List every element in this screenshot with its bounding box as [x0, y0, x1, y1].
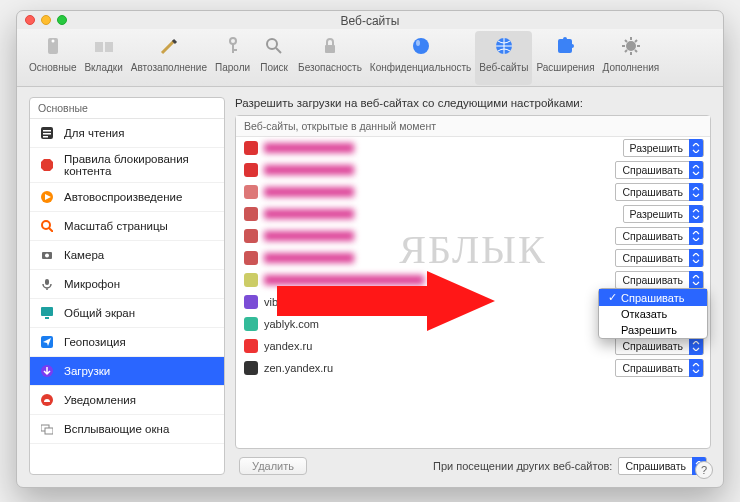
svg-rect-18	[43, 133, 51, 135]
chevron-updown-icon	[689, 249, 703, 267]
favicon	[244, 251, 258, 265]
toolbar-search[interactable]: Поиск	[254, 31, 294, 85]
svg-marker-20	[41, 159, 53, 171]
toolbar-privacy[interactable]: Конфиденциальность	[366, 31, 475, 85]
svg-rect-8	[325, 45, 335, 53]
popups-icon	[38, 420, 56, 438]
svg-rect-26	[45, 279, 49, 285]
toolbar-label: Автозаполнение	[131, 62, 207, 73]
toolbar-tabs[interactable]: Вкладки	[80, 31, 126, 85]
sidebar-item-mic[interactable]: Микрофон	[30, 270, 224, 299]
toolbar-extensions[interactable]: Расширения	[532, 31, 598, 85]
menu-item[interactable]: Разрешить	[599, 322, 707, 338]
sidebar-header: Основные	[30, 98, 224, 119]
sidebar-item-label: Общий экран	[64, 307, 135, 319]
permission-select[interactable]: Спрашивать	[615, 183, 704, 201]
hostname-blurred	[264, 165, 354, 175]
block-icon	[38, 156, 56, 174]
zoom-icon	[38, 217, 56, 235]
toolbar-passwords[interactable]: Пароли	[211, 31, 254, 85]
footer: Удалить При посещении других веб-сайтов:…	[235, 449, 711, 475]
chevron-updown-icon	[689, 205, 703, 223]
sidebar-item-reader[interactable]: Для чтения	[30, 119, 224, 148]
svg-rect-3	[105, 42, 113, 52]
permission-select[interactable]: Спрашивать	[615, 359, 704, 377]
sidebar-item-downloads[interactable]: Загрузки	[30, 357, 224, 386]
sidebar-item-autoplay[interactable]: Автовоспроизведение	[30, 183, 224, 212]
permission-value: Спрашивать	[616, 164, 689, 176]
hostname-blurred	[264, 253, 354, 263]
rows: РазрешитьСпрашиватьСпрашиватьРазрешитьСп…	[236, 137, 710, 379]
mic-icon	[38, 275, 56, 293]
svg-point-1	[51, 40, 54, 43]
websites-icon	[491, 33, 517, 59]
toolbar-general[interactable]: Основные	[25, 31, 80, 85]
toolbar: ОсновныеВкладкиАвтозаполнениеПаролиПоиск…	[17, 29, 723, 87]
website-row[interactable]: Разрешить	[236, 137, 710, 159]
autofill-icon	[156, 33, 182, 59]
permission-select[interactable]: Спрашивать	[615, 161, 704, 179]
window-title: Веб-сайты	[17, 14, 723, 28]
menu-item-label: Разрешить	[621, 324, 677, 336]
location-icon	[38, 333, 56, 351]
sidebar-item-camera[interactable]: Камера	[30, 241, 224, 270]
sidebar-item-screen[interactable]: Общий экран	[30, 299, 224, 328]
website-row[interactable]: Спрашивать	[236, 159, 710, 181]
website-list: Веб-сайты, открытые в данный момент Разр…	[235, 115, 711, 449]
toolbar-label: Пароли	[215, 62, 250, 73]
website-row[interactable]: Спрашивать	[236, 181, 710, 203]
permission-select[interactable]: Спрашивать	[615, 249, 704, 267]
dropdown-menu[interactable]: ✓СпрашиватьОтказатьРазрешить	[598, 288, 708, 339]
svg-point-14	[570, 44, 574, 48]
toolbar-advanced[interactable]: Дополнения	[599, 31, 664, 85]
chevron-updown-icon	[689, 271, 703, 289]
permission-select[interactable]: Разрешить	[623, 205, 704, 223]
toolbar-autofill[interactable]: Автозаполнение	[127, 31, 211, 85]
permission-value: Спрашивать	[616, 186, 689, 198]
favicon	[244, 273, 258, 287]
permission-value: Спрашивать	[616, 230, 689, 242]
sidebar-item-popups[interactable]: Всплывающие окна	[30, 415, 224, 444]
hostname-blurred	[264, 143, 354, 153]
titlebar: Веб-сайты	[17, 11, 723, 29]
permission-select[interactable]: Спрашивать	[615, 271, 704, 289]
sidebar-item-notify[interactable]: Уведомления	[30, 386, 224, 415]
permission-value: Спрашивать	[616, 274, 689, 286]
tabs-icon	[91, 33, 117, 59]
svg-rect-17	[43, 130, 51, 132]
sidebar-item-location[interactable]: Геопозиция	[30, 328, 224, 357]
favicon	[244, 207, 258, 221]
chevron-updown-icon	[689, 183, 703, 201]
sidebar-item-block[interactable]: Правила блокирования контента	[30, 148, 224, 183]
toolbar-label: Конфиденциальность	[370, 62, 471, 73]
toolbar-websites[interactable]: Веб-сайты	[475, 31, 532, 85]
svg-rect-28	[45, 317, 49, 319]
toolbar-label: Дополнения	[603, 62, 660, 73]
website-row[interactable]: Спрашивать	[236, 225, 710, 247]
svg-rect-12	[558, 39, 572, 53]
permission-select[interactable]: Спрашивать	[615, 227, 704, 245]
sidebar-item-label: Камера	[64, 249, 104, 261]
footer-select[interactable]: Спрашивать	[618, 457, 707, 475]
menu-item[interactable]: ✓Спрашивать	[599, 289, 707, 306]
help-button[interactable]: ?	[695, 461, 713, 479]
menu-item-label: Спрашивать	[621, 292, 684, 304]
check-icon: ✓	[607, 291, 617, 304]
sidebar-item-label: Микрофон	[64, 278, 120, 290]
hostname: yablyk.com	[264, 318, 319, 330]
sidebar-list: Для чтенияПравила блокирования контентаА…	[30, 119, 224, 474]
sidebar-item-zoom[interactable]: Масштаб страницы	[30, 212, 224, 241]
permission-select[interactable]: Спрашивать	[615, 337, 704, 355]
svg-point-7	[267, 39, 277, 49]
extensions-icon	[552, 33, 578, 59]
menu-item[interactable]: Отказать	[599, 306, 707, 322]
sidebar-item-label: Геопозиция	[64, 336, 126, 348]
delete-button[interactable]: Удалить	[239, 457, 307, 475]
toolbar-security[interactable]: Безопасность	[294, 31, 366, 85]
website-row[interactable]: zen.yandex.ruСпрашивать	[236, 357, 710, 379]
website-row[interactable]: Спрашивать	[236, 247, 710, 269]
permission-select[interactable]: Разрешить	[623, 139, 704, 157]
svg-rect-34	[45, 428, 53, 434]
svg-rect-5	[232, 43, 234, 53]
website-row[interactable]: Разрешить	[236, 203, 710, 225]
